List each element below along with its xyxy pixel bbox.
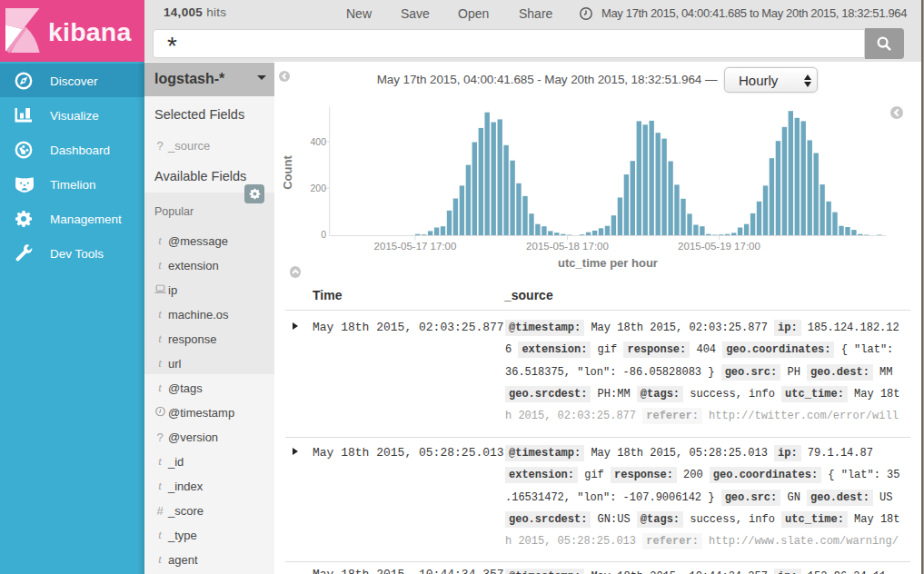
svg-text:2015-05-19 17:00: 2015-05-19 17:00 <box>678 241 760 252</box>
svg-text:utc_time per hour: utc_time per hour <box>558 256 658 270</box>
svg-text:2015-05-18 17:00: 2015-05-18 17:00 <box>526 241 609 252</box>
svg-text:2015-05-17 17:00: 2015-05-17 17:00 <box>374 241 457 252</box>
svg-text:Count: Count <box>281 155 294 190</box>
svg-text:0: 0 <box>321 229 326 240</box>
svg-text:400: 400 <box>310 136 326 147</box>
svg-text:200: 200 <box>310 183 326 193</box>
